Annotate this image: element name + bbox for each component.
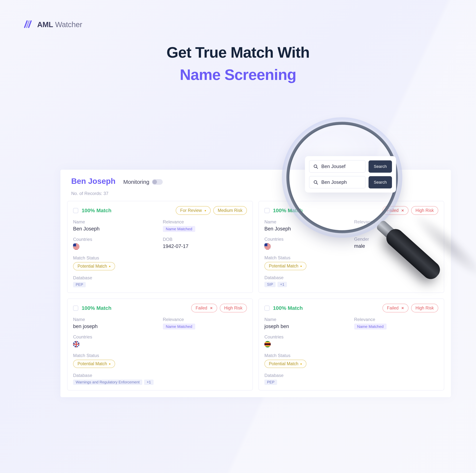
relevance-field: Relevance Name Matched — [163, 317, 247, 329]
match-status-tag: Potential Match — [73, 360, 115, 368]
search-button[interactable]: Search — [369, 160, 392, 173]
country-flag-icon — [264, 243, 271, 250]
match-status-tag: Potential Match — [73, 262, 115, 270]
search-input[interactable]: Ben Jousef — [309, 160, 366, 173]
hero-line2: Name Screening — [0, 66, 476, 83]
brand-light: Watcher — [53, 20, 82, 29]
status-badge: Failed — [382, 206, 408, 215]
svg-line-1 — [316, 167, 318, 168]
database-chip: PEP — [73, 282, 86, 287]
status-badge: High Risk — [220, 304, 247, 312]
screened-name: Ben Joseph — [71, 177, 116, 186]
name-field: Name Ben Joseph — [264, 219, 349, 232]
relevance-field: Relevance Name Matched — [354, 317, 439, 329]
match-status-tag: Potential Match — [264, 262, 306, 270]
countries-field: Countries — [73, 237, 157, 250]
country-flag-icon — [264, 341, 271, 347]
match-percentage: 100% Match — [273, 305, 303, 311]
search-icon — [313, 180, 318, 185]
match-status-field: Match Status Potential Match — [73, 255, 247, 270]
svg-line-3 — [316, 183, 318, 184]
status-badge: For Review — [176, 206, 211, 215]
status-badge: Medium Risk — [213, 206, 247, 215]
search-text: Ben Joseph — [321, 179, 347, 185]
search-text: Ben Jousef — [321, 163, 345, 169]
select-checkbox[interactable] — [264, 208, 270, 213]
database-chip: SIP — [264, 282, 275, 287]
results-panel: Ben Joseph Monitoring No. of Records: 37… — [60, 170, 451, 397]
search-row: Ben Jousef Search — [309, 160, 392, 173]
brand-mark-icon — [23, 19, 33, 30]
match-status-tag: Potential Match — [264, 360, 306, 368]
match-status-field: Match Status Potential Match — [264, 353, 438, 368]
hero-title: Get True Match With Name Screening — [0, 44, 476, 83]
countries-field: Countries — [264, 237, 349, 250]
toggle-icon[interactable] — [152, 179, 163, 185]
relevance-field: Relevance — [354, 219, 439, 232]
select-checkbox[interactable] — [264, 306, 270, 311]
database-chip: Warnings and Regulatory Enforcement — [73, 379, 142, 385]
result-card[interactable]: 100% Match FailedHigh Risk Name joseph b… — [258, 298, 444, 391]
relevance-tag: Name Matched — [163, 226, 195, 232]
select-checkbox[interactable] — [73, 208, 78, 213]
status-badge: Failed — [382, 304, 408, 312]
database-field: Database SIP+1 — [264, 275, 438, 287]
database-chip: +1 — [144, 379, 153, 385]
name-field: Name Ben Joseph — [73, 219, 157, 232]
status-badge: High Risk — [411, 206, 438, 215]
country-flag-icon — [73, 341, 79, 347]
relevance-field: Relevance Name Matched — [163, 219, 247, 232]
name-field: Name joseph ben — [264, 317, 349, 329]
brand-logo: AML Watcher — [23, 19, 82, 30]
relevance-tag: Name Matched — [354, 324, 387, 329]
match-percentage: 100% Match — [82, 208, 111, 213]
database-chip: PEP — [264, 379, 277, 385]
brand-bold: AML — [37, 20, 53, 29]
countries-field: Countries — [73, 334, 157, 348]
name-field: Name ben joseph — [73, 317, 157, 329]
status-badge: High Risk — [411, 304, 438, 312]
status-badge: Failed — [191, 304, 217, 312]
match-percentage: 100% Match — [273, 208, 303, 213]
search-popover: Ben Jousef Search Ben Joseph Search — [305, 156, 396, 193]
database-field: Database PEP — [73, 275, 247, 287]
search-button[interactable]: Search — [369, 176, 392, 188]
monitoring-toggle[interactable]: Monitoring — [123, 179, 163, 185]
country-flag-icon — [73, 244, 79, 250]
relevance-tag: Name Matched — [163, 324, 195, 329]
match-status-field: Match Status Potential Match — [73, 353, 247, 368]
search-input[interactable]: Ben Joseph — [309, 176, 366, 188]
match-percentage: 100% Match — [82, 305, 111, 311]
database-field: Database PEP — [264, 373, 438, 385]
select-checkbox[interactable] — [73, 306, 78, 311]
hero-line1: Get True Match With — [0, 44, 476, 61]
match-status-field: Match Status Potential Match — [264, 255, 438, 270]
extra-field: DOB 1942-07-17 — [163, 237, 247, 250]
database-field: Database Warnings and Regulatory Enforce… — [73, 373, 247, 385]
countries-field: Countries — [264, 334, 349, 348]
result-card[interactable]: 100% Match FailedHigh Risk Name Ben Jose… — [258, 201, 444, 293]
extra-field: Gender male — [354, 237, 439, 250]
database-chip: +1 — [277, 282, 287, 287]
search-row: Ben Joseph Search — [309, 176, 392, 188]
search-icon — [313, 164, 318, 169]
result-card[interactable]: 100% Match FailedHigh Risk Name ben jose… — [67, 298, 253, 391]
result-card[interactable]: 100% Match For ReviewMedium Risk Name Be… — [67, 201, 253, 293]
